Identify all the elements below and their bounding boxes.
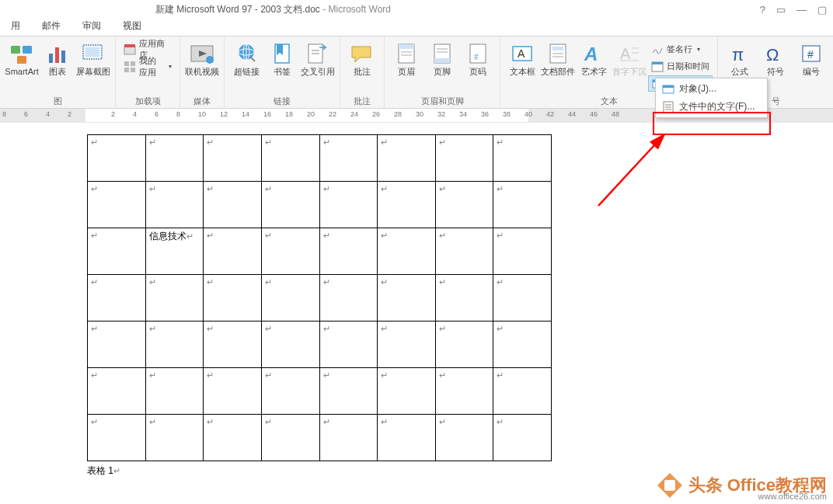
table-cell[interactable]: ↵ (261, 182, 319, 228)
table-cell[interactable]: ↵ (88, 275, 146, 322)
bookmark-button[interactable]: 书签 (265, 40, 299, 91)
table-cell[interactable]: ↵ (493, 368, 552, 415)
table-cell[interactable]: ↵ (319, 322, 378, 368)
table-cell[interactable]: ↵ (88, 135, 146, 182)
tab-review[interactable]: 审阅 (71, 17, 112, 36)
pagenum-button[interactable]: # 页码 (461, 40, 495, 91)
table-cell[interactable]: ↵ (145, 415, 204, 461)
svg-rect-5 (61, 50, 65, 63)
header-button[interactable]: 页眉 (389, 40, 423, 91)
svg-rect-9 (124, 44, 135, 47)
myapps-button[interactable]: 我的应用▾ (120, 58, 175, 75)
tab-partial[interactable]: 用 (0, 17, 31, 36)
crossref-button[interactable]: 交叉引用 (301, 40, 335, 91)
table-cell[interactable]: ↵ (435, 228, 493, 275)
table-cell[interactable]: ↵ (204, 368, 262, 415)
table-cell[interactable]: ↵ (319, 228, 378, 275)
table-cell[interactable]: ↵ (204, 322, 262, 368)
table-cell[interactable]: ↵ (378, 368, 436, 415)
table-cell[interactable]: ↵ (493, 135, 552, 182)
dropdown-text-from-file[interactable]: 文件中的文字(F)... (657, 98, 765, 116)
onlinevideo-button[interactable]: 联机视频 (185, 40, 219, 91)
table-cell[interactable]: ↵ (319, 368, 378, 415)
table-cell[interactable]: ↵ (319, 182, 378, 228)
table-cell[interactable]: ↵ (204, 182, 262, 228)
table-cell[interactable]: ↵ (435, 368, 493, 415)
dropdown-object[interactable]: 对象(J)... (657, 80, 765, 98)
table-cell[interactable]: ↵ (493, 322, 552, 368)
table-cell[interactable]: ↵ (145, 368, 204, 415)
table-cell[interactable]: ↵ (145, 322, 204, 368)
store-icon (124, 43, 136, 56)
hyperlink-button[interactable]: 超链接 (229, 40, 263, 91)
document-area[interactable]: ↵↵↵↵↵↵↵↵↵↵↵↵↵↵↵↵↵信息技术↵↵↵↵↵↵↵↵↵↵↵↵↵↵↵↵↵↵↵… (0, 123, 833, 504)
table-cell[interactable]: ↵ (204, 275, 262, 322)
equation-icon: π (727, 41, 752, 66)
table-cell[interactable]: ↵ (378, 135, 436, 182)
table-cell[interactable]: ↵ (493, 275, 552, 322)
table-cell[interactable]: ↵ (204, 135, 262, 182)
table-cell[interactable]: ↵ (88, 228, 146, 275)
table-cell[interactable]: ↵ (204, 228, 262, 275)
table-cell[interactable]: ↵ (88, 368, 146, 415)
footer-button[interactable]: 页脚 (425, 40, 459, 91)
table-cell[interactable]: ↵ (88, 415, 146, 461)
table-cell[interactable]: ↵ (88, 182, 146, 228)
svg-rect-10 (124, 61, 129, 66)
table-cell[interactable]: ↵ (435, 275, 493, 322)
minimize-button[interactable]: — (796, 4, 807, 16)
table-cell[interactable]: ↵ (261, 275, 319, 322)
textbox-button[interactable]: A 文本框 (505, 40, 539, 91)
comment-button[interactable]: 批注 (345, 40, 379, 91)
table-cell[interactable]: ↵ (145, 182, 204, 228)
table-cell[interactable]: ↵ (493, 228, 552, 275)
table-cell[interactable]: ↵ (378, 228, 436, 275)
table-cell[interactable]: ↵ (261, 135, 319, 182)
table-cell[interactable]: ↵ (204, 415, 262, 461)
table-cell[interactable]: ↵ (145, 275, 204, 322)
table-cell[interactable]: ↵ (145, 135, 204, 182)
screenshot-button[interactable]: 屏幕截图 (76, 40, 110, 91)
number-button[interactable]: # 编号 (794, 40, 828, 91)
quickparts-button[interactable]: 文档部件 (541, 40, 575, 91)
ribbon-toggle-button[interactable]: ▭ (776, 4, 786, 16)
table-cell[interactable]: ↵ (261, 322, 319, 368)
help-button[interactable]: ? (760, 4, 765, 16)
ruler-tick: 2 (68, 110, 71, 118)
signature-button[interactable]: 签名行▾ (648, 41, 713, 57)
table-cell[interactable]: ↵ (88, 322, 146, 368)
wordart-button[interactable]: A 艺术字 (577, 40, 611, 91)
table-cell[interactable]: ↵ (378, 182, 436, 228)
chart-button[interactable]: 图表 (40, 40, 75, 91)
tab-mail[interactable]: 邮件 (31, 17, 71, 36)
table-cell[interactable]: ↵ (261, 415, 319, 461)
group-links: 超链接 书签 交叉引用 链接 (225, 36, 340, 108)
table-cell[interactable]: ↵ (493, 415, 552, 461)
table-cell[interactable]: ↵ (261, 368, 319, 415)
table-cell[interactable]: ↵ (435, 322, 493, 368)
table-cell[interactable]: ↵ (261, 228, 319, 275)
document-page[interactable]: ↵↵↵↵↵↵↵↵↵↵↵↵↵↵↵↵↵信息技术↵↵↵↵↵↵↵↵↵↵↵↵↵↵↵↵↵↵↵… (12, 123, 556, 504)
word-table[interactable]: ↵↵↵↵↵↵↵↵↵↵↵↵↵↵↵↵↵信息技术↵↵↵↵↵↵↵↵↵↵↵↵↵↵↵↵↵↵↵… (87, 134, 552, 461)
maximize-button[interactable]: ▢ (817, 4, 827, 16)
table-cell[interactable]: ↵ (493, 182, 552, 228)
table-cell[interactable]: ↵ (378, 322, 436, 368)
ruler-tick: 4 (133, 110, 137, 118)
table-cell[interactable]: ↵ (435, 135, 493, 182)
svg-rect-60 (664, 480, 675, 491)
smartart-button[interactable]: SmartArt (5, 40, 39, 91)
datetime-icon (651, 61, 664, 73)
dropcap-button[interactable]: A 首字下沉 (612, 40, 647, 91)
table-cell[interactable]: ↵ (378, 275, 436, 322)
table-cell[interactable]: 信息技术↵ (145, 228, 204, 275)
svg-text:#: # (807, 48, 814, 61)
datetime-button[interactable]: 日期和时间 (648, 58, 713, 75)
table-cell[interactable]: ↵ (319, 135, 378, 182)
table-cell[interactable]: ↵ (435, 415, 493, 461)
table-cell[interactable]: ↵ (378, 415, 436, 461)
tab-view[interactable]: 视图 (112, 17, 152, 36)
table-cell[interactable]: ↵ (435, 182, 493, 228)
group-label-links: 链接 (229, 94, 335, 108)
table-cell[interactable]: ↵ (319, 275, 378, 322)
table-cell[interactable]: ↵ (319, 415, 378, 461)
